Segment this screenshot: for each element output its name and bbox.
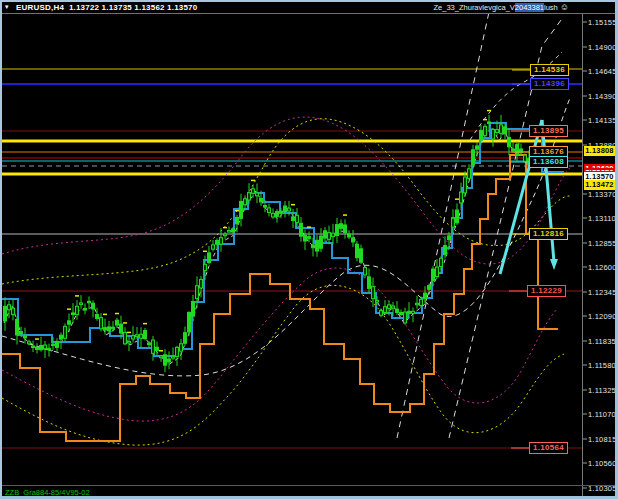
yellow-envelope-top [2, 119, 570, 284]
candle-body [284, 206, 287, 212]
indicator-subwindow: ZZB_Gra884-85/4V95-02 [2, 486, 582, 499]
white-ma-fast [4, 127, 529, 365]
candle-body [232, 229, 235, 232]
axis-tick [583, 414, 587, 415]
candle-body [384, 307, 387, 313]
axis-price-label: 1.12600 [588, 263, 617, 272]
candle-body [124, 332, 127, 343]
candle-body [276, 212, 279, 217]
candle-body [32, 346, 35, 348]
axis-tick [583, 71, 587, 72]
axis-price-label: 1.14390 [588, 91, 617, 100]
candle-body [424, 293, 427, 299]
white-trendline-1 [397, 14, 489, 438]
candle-body [68, 321, 71, 324]
candle-body [496, 130, 499, 133]
candle-body [132, 336, 135, 339]
magenta-envelope-top [2, 117, 572, 264]
candle-body [168, 359, 171, 362]
axis-tick [583, 144, 587, 145]
price-level-tag[interactable]: 1.14536 [530, 64, 569, 76]
candle-body [240, 201, 243, 218]
axis-price-label: 1.11835 [588, 336, 616, 345]
candle-body [12, 308, 15, 314]
price-tag-leader [511, 234, 529, 235]
candle-body [356, 244, 359, 257]
price-level-tag[interactable]: 1.13895 [529, 125, 568, 137]
candle-body [252, 189, 255, 193]
indicator-name-label[interactable]: Ze_33_Zhuravlevgica_V2043381lush☺ [434, 2, 569, 12]
price-tag-leader [511, 162, 529, 163]
candle-body [336, 225, 339, 236]
price-level-tag[interactable]: 1.13608 [529, 156, 568, 168]
fractal-marker [307, 226, 311, 228]
candle-body [204, 264, 207, 270]
candle-body [436, 267, 439, 276]
candle-body [48, 348, 51, 350]
candle-body [144, 331, 147, 339]
candle-body [148, 343, 151, 345]
candle-body [352, 238, 355, 242]
candle-body [524, 155, 527, 161]
candle-body [24, 336, 27, 338]
indicator-name-suffix: lush [544, 3, 558, 12]
candle-body [8, 305, 11, 310]
candle-body [176, 347, 179, 356]
axis-price-label: 1.14645 [588, 67, 617, 76]
candle-body [456, 210, 459, 223]
axis-tick [583, 291, 587, 292]
symbol-ohlc-title: EURUSD,H4 1.13722 1.13735 1.13562 1.1357… [16, 3, 197, 12]
candle-body [116, 320, 119, 325]
axis-price-label: 1.10560 [588, 459, 617, 468]
candle-body [432, 269, 435, 280]
candle-body [72, 313, 75, 315]
axis-price-label: 1.11070 [588, 410, 616, 419]
candle-body [340, 224, 343, 229]
price-tag-leader [512, 70, 530, 71]
price-chart-area[interactable]: 1.145361.143961.138951.136761.136081.128… [2, 14, 582, 485]
candle-body [60, 335, 63, 339]
axis-tick [583, 193, 587, 194]
price-tag-leader [512, 84, 530, 85]
candle-body [400, 312, 403, 314]
candle-body [464, 177, 467, 193]
price-axis[interactable]: 1.151551.149001.146451.143901.141351.138… [582, 14, 616, 499]
candle-body [156, 347, 159, 350]
candle-body [200, 279, 203, 288]
fractal-marker [75, 295, 79, 297]
axis-tick [583, 267, 587, 268]
candle-body [360, 249, 363, 262]
candle-body [40, 345, 43, 349]
fractal-marker [203, 251, 207, 253]
candle-body [488, 122, 491, 124]
candle-body [500, 125, 503, 134]
fractal-marker [67, 308, 71, 310]
candle-body [100, 318, 103, 329]
badge-strike-line [584, 168, 615, 170]
axis-tick [583, 487, 587, 488]
price-tag-leader [511, 152, 529, 153]
candle-body [296, 215, 299, 222]
fractal-marker [487, 110, 491, 112]
axis-tick [583, 242, 587, 243]
price-level-tag[interactable]: 1.12229 [527, 285, 566, 297]
candle-body [292, 217, 295, 221]
candle-body [392, 306, 395, 308]
price-level-tag[interactable]: 1.12816 [529, 228, 568, 240]
candle-body [344, 225, 347, 233]
candle-body [20, 332, 23, 334]
candle-body [80, 303, 83, 305]
subwindow-indicator-label[interactable]: ZZB_Gra884-85/4V95-02 [5, 488, 90, 497]
candle-body [412, 311, 415, 313]
price-chart-canvas[interactable] [2, 14, 582, 485]
price-level-tag[interactable]: 1.10564 [529, 442, 568, 454]
mt4-chart-window: ▾ EURUSD,H4 1.13722 1.13735 1.13562 1.13… [0, 0, 618, 499]
price-level-tag[interactable]: 1.14396 [530, 78, 569, 90]
axis-price-label: 1.14900 [588, 42, 617, 51]
candle-body [416, 303, 419, 305]
candle-body [484, 126, 487, 135]
candle-body [304, 235, 307, 241]
candle-body [180, 344, 183, 351]
axis-tick [583, 463, 587, 464]
axis-tick [583, 438, 587, 439]
